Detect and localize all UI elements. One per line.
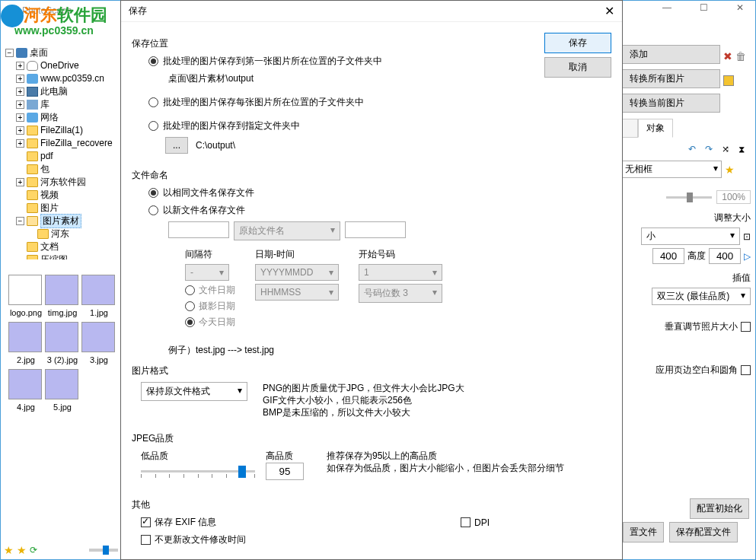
right-panel: 添加 ✖ 🗑 转换所有图片 转换当前图片 对象 ↶ ↷ ⤨ ⧗ 无相框▾ ★ 1… <box>621 45 751 380</box>
tree-item[interactable]: 包 <box>40 163 49 176</box>
name-radio-same[interactable] <box>148 188 158 198</box>
resize-heading: 调整大小 <box>621 212 751 224</box>
browse-button[interactable]: ... <box>165 137 188 154</box>
quality-input[interactable] <box>266 463 304 480</box>
convert-all-button[interactable]: 转换所有图片 <box>621 69 720 88</box>
thumbnail[interactable]: 4.jpg <box>8 369 42 399</box>
maximize-button[interactable]: ☐ <box>693 2 714 18</box>
delete-icon[interactable]: ✖ <box>723 50 732 62</box>
interp-select[interactable]: 双三次 (最佳品质)▾ <box>652 288 751 305</box>
thumb-label: 3.jpg <box>82 355 116 364</box>
suffix-input[interactable] <box>345 221 406 238</box>
frame-select[interactable]: 无相框▾ <box>621 161 722 178</box>
expand-icon[interactable]: + <box>16 113 24 122</box>
cancel-button[interactable]: 取消 <box>544 57 611 78</box>
add-button[interactable]: 添加 <box>621 45 720 64</box>
vertical-adjust-label: 垂直调节照片大小 <box>665 320 738 333</box>
tree-item[interactable]: 网络 <box>40 111 59 124</box>
tree-item[interactable]: FileZilla(1) <box>40 124 83 137</box>
format-select[interactable]: 保持原文件格式▾ <box>141 382 247 401</box>
prefix-input[interactable] <box>168 221 229 238</box>
expand-icon[interactable]: + <box>16 126 24 135</box>
expand-icon[interactable]: + <box>16 62 24 70</box>
expand-icon[interactable]: + <box>16 178 24 186</box>
tab-1[interactable] <box>621 119 638 138</box>
no-modtime-checkbox[interactable] <box>141 535 151 545</box>
tree-item[interactable]: 河东 <box>51 228 69 240</box>
save-config-button[interactable]: 保存配置文件 <box>669 522 738 542</box>
exif-checkbox[interactable] <box>141 517 151 527</box>
width-input[interactable] <box>652 248 684 264</box>
window-controls: — ☐ ✕ <box>656 2 751 18</box>
folder-icon <box>27 138 38 148</box>
star-icon[interactable]: ★ <box>4 544 14 556</box>
tree-item-selected[interactable]: 图片素材 <box>40 214 81 228</box>
config-init-button[interactable]: 配置初始化 <box>690 498 749 519</box>
expand-icon[interactable]: + <box>16 139 24 148</box>
height-input[interactable] <box>709 248 741 264</box>
other-heading: 其他 <box>132 498 611 511</box>
tree-item[interactable]: 文档 <box>40 240 59 253</box>
thumbnail[interactable]: timg.jpg <box>45 275 78 305</box>
thumbnail[interactable]: 1.jpg <box>81 275 115 305</box>
tree-item[interactable]: 此电脑 <box>40 85 68 98</box>
tree-item[interactable]: 压缩图 <box>40 253 68 259</box>
thumb-size-slider[interactable] <box>89 549 118 552</box>
random-icon[interactable]: ⤨ <box>722 144 734 156</box>
expand-icon[interactable]: − <box>5 49 14 57</box>
dpi-checkbox[interactable] <box>461 517 471 527</box>
expand-icon[interactable]: − <box>16 217 24 225</box>
save-loc-radio-2[interactable] <box>148 97 158 107</box>
time-format-select: HHMMSS▾ <box>255 284 339 301</box>
hourglass-icon[interactable]: ⧗ <box>738 144 751 156</box>
folder-tree[interactable]: −桌面 +OneDrive +www.pc0359.cn +此电脑 +库 +网络… <box>5 46 120 259</box>
thumbnail[interactable]: 2.jpg <box>8 322 42 352</box>
star-icon[interactable]: ★ <box>17 544 27 556</box>
thumbnail[interactable]: logo.png <box>8 275 42 305</box>
thumbnail[interactable]: 3.jpg <box>81 322 115 352</box>
thumbnail[interactable]: 3 (2).jpg <box>45 322 78 352</box>
convert-current-button[interactable]: 转换当前图片 <box>621 94 720 113</box>
lock-icon[interactable]: ⊡ <box>743 231 751 242</box>
size-preset-select[interactable]: 小▾ <box>641 228 740 245</box>
thumb-label: 3 (2).jpg <box>46 355 79 364</box>
save-button[interactable]: 保存 <box>544 33 611 53</box>
thumb-label: 1.jpg <box>82 308 116 317</box>
tree-item[interactable]: www.pc0359.cn <box>40 72 104 85</box>
tree-item[interactable]: pdf <box>40 150 53 163</box>
tree-item[interactable]: 库 <box>40 98 49 111</box>
save-dialog: 保存 ✕ 保存 取消 保存位置 批处理的图片保存到第一张图片所在位置的子文件夹中… <box>120 0 623 560</box>
network-icon <box>27 113 38 123</box>
tree-item[interactable]: 河东软件园 <box>40 176 86 189</box>
trash-icon[interactable]: 🗑 <box>735 50 746 62</box>
tab-object[interactable]: 对象 <box>638 119 673 138</box>
list-icon[interactable] <box>723 75 734 86</box>
close-button[interactable]: ✕ <box>729 2 751 18</box>
dialog-close-button[interactable]: ✕ <box>584 4 614 18</box>
zoom-slider[interactable] <box>666 196 712 199</box>
tree-item[interactable]: OneDrive <box>40 59 79 72</box>
tree-item[interactable]: 图片 <box>40 202 59 215</box>
expand-icon[interactable]: + <box>16 100 24 109</box>
dpi-label: DPI <box>474 517 490 528</box>
save-loc-radio-3[interactable] <box>148 121 158 131</box>
tree-item[interactable]: 视频 <box>40 189 59 202</box>
star-icon[interactable]: ★ <box>725 164 735 176</box>
expand-icon[interactable]: + <box>16 75 24 83</box>
tree-item[interactable]: FileZilla_recovere <box>40 137 113 150</box>
vertical-adjust-checkbox[interactable] <box>741 322 751 332</box>
margin-checkbox[interactable] <box>741 365 751 375</box>
minimize-button[interactable]: — <box>656 2 678 18</box>
config-file-button[interactable]: 置文件 <box>623 522 664 542</box>
expand-icon[interactable]: + <box>16 88 24 96</box>
redo-icon[interactable]: ↷ <box>705 144 717 156</box>
tree-root[interactable]: 桌面 <box>30 46 48 59</box>
name-radio-new[interactable] <box>148 205 158 215</box>
undo-icon[interactable]: ↶ <box>688 144 700 156</box>
thumbnail[interactable]: 5.jpg <box>45 369 78 399</box>
save-loc-radio-1[interactable] <box>148 56 158 66</box>
radio-label: 批处理的图片保存到指定文件夹中 <box>163 119 300 132</box>
refresh-icon[interactable]: ⟳ <box>30 545 37 555</box>
quality-slider[interactable] <box>141 470 255 478</box>
play-icon[interactable]: ▷ <box>744 251 751 262</box>
